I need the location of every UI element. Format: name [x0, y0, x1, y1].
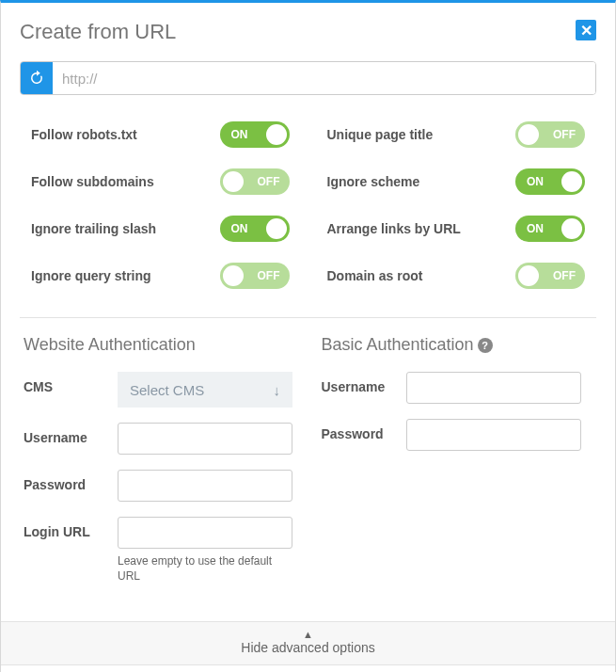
toggle-knob: [266, 218, 287, 239]
help-icon[interactable]: ?: [478, 338, 493, 353]
wa-username-label: Username: [24, 423, 108, 445]
ba-username-input[interactable]: [406, 372, 581, 404]
toggle-ignore-query[interactable]: ONOFF: [220, 263, 290, 289]
url-input-group: [20, 61, 596, 95]
toggle-on-text: ON: [527, 175, 544, 188]
wa-password-label: Password: [24, 470, 108, 492]
wa-password-input[interactable]: [118, 470, 292, 502]
toggle-off-text: OFF: [553, 269, 576, 282]
website-auth-title: Website Authentication: [24, 335, 295, 355]
toggle-on-text: ON: [231, 222, 248, 235]
wa-loginurl-hint: Leave empty to use the default URL: [118, 554, 292, 584]
wa-username-input[interactable]: [118, 423, 292, 455]
wa-loginurl-input[interactable]: [118, 517, 292, 549]
toggle-row-ignore-query: Ignore query stringONOFF: [31, 263, 290, 289]
toggle-off-text: OFF: [553, 128, 576, 141]
dialog-title: Create from URL: [20, 20, 176, 44]
ba-username-label: Username: [322, 372, 397, 394]
toggle-unique-title[interactable]: ONOFF: [515, 121, 585, 148]
toggle-follow-robots[interactable]: ONOFF: [220, 121, 290, 148]
close-button[interactable]: ✕: [576, 20, 596, 40]
ba-password-input[interactable]: [406, 419, 581, 451]
toggle-label-follow-robots: Follow robots.txt: [31, 127, 137, 142]
toggle-row-ignore-scheme: Ignore schemeONOFF: [327, 168, 586, 195]
toggle-label-ignore-query: Ignore query string: [31, 268, 151, 283]
toggle-knob: [266, 124, 287, 145]
cms-label: CMS: [24, 372, 108, 394]
toggle-label-follow-subdomains: Follow subdomains: [31, 174, 154, 189]
toggle-label-ignore-scheme: Ignore scheme: [327, 174, 420, 189]
divider: [20, 317, 596, 318]
toggle-row-unique-title: Unique page titleONOFF: [327, 121, 586, 148]
cms-select[interactable]: Select CMS ↓: [118, 372, 292, 408]
toggle-ignore-slash[interactable]: ONOFF: [220, 216, 290, 242]
chevron-up-icon: ▲: [1, 630, 615, 640]
toggle-knob: [561, 171, 582, 192]
toggle-ignore-scheme[interactable]: ONOFF: [515, 168, 585, 195]
toggle-row-follow-subdomains: Follow subdomainsONOFF: [31, 168, 290, 195]
toggle-arrange-links[interactable]: ONOFF: [515, 216, 585, 242]
refresh-icon[interactable]: [21, 62, 53, 94]
toggle-knob: [561, 218, 582, 239]
toggle-label-domain-root: Domain as root: [327, 268, 423, 283]
toggle-domain-root[interactable]: ONOFF: [515, 263, 585, 289]
toggle-label-arrange-links: Arrange links by URL: [327, 221, 461, 236]
toggle-row-follow-robots: Follow robots.txtONOFF: [31, 121, 290, 148]
basic-auth-title: Basic Authentication: [322, 335, 474, 355]
toggle-off-text: OFF: [258, 175, 280, 188]
create-from-url-dialog: Create from URL ✕ Follow robots.txtONOFF…: [0, 0, 616, 672]
toggle-knob: [518, 265, 539, 286]
toggle-label-ignore-slash: Ignore trailing slash: [31, 221, 156, 236]
toggle-row-arrange-links: Arrange links by URLONOFF: [327, 216, 586, 242]
close-icon: ✕: [580, 22, 592, 40]
toggle-knob: [223, 265, 244, 286]
toggle-on-text: ON: [231, 128, 248, 141]
toggle-label-unique-title: Unique page title: [327, 127, 434, 142]
website-auth-section: Website Authentication CMS Select CMS ↓ …: [24, 335, 295, 599]
toggle-off-text: OFF: [258, 269, 280, 282]
basic-auth-section: Basic Authentication ? Username Password: [322, 335, 593, 599]
advanced-options-toggle[interactable]: ▲ Hide advanced options: [1, 621, 615, 665]
toggle-row-ignore-slash: Ignore trailing slashONOFF: [31, 216, 290, 242]
toggle-follow-subdomains[interactable]: ONOFF: [220, 168, 290, 195]
toggle-on-text: ON: [527, 222, 544, 235]
toggle-row-domain-root: Domain as rootONOFF: [327, 263, 586, 289]
chevron-down-icon: ↓: [274, 382, 281, 398]
wa-loginurl-label: Login URL: [24, 517, 108, 539]
ba-password-label: Password: [322, 419, 397, 441]
advanced-options-label: Hide advanced options: [1, 640, 615, 655]
toggle-knob: [518, 124, 539, 145]
cms-placeholder: Select CMS: [130, 382, 204, 398]
url-input[interactable]: [53, 62, 595, 94]
toggle-knob: [223, 171, 244, 192]
